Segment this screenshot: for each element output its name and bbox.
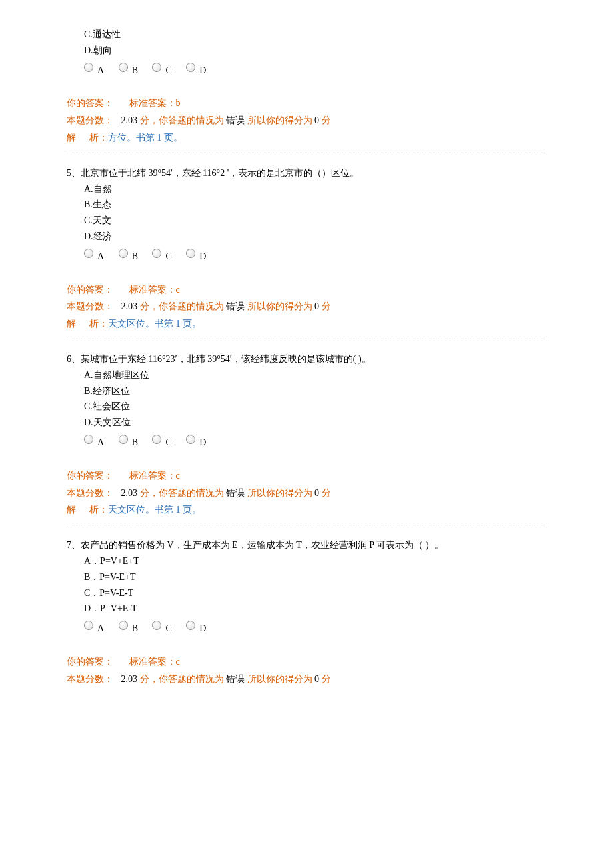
option-b: B.经济区位 [67,383,546,399]
radio-icon [152,621,161,630]
answer-line: 你的答案： 标准答案：c [67,468,546,484]
result-text: 错误 [226,674,245,684]
so-score-value: 0 [314,115,319,125]
option-c: C.天文 [67,213,546,229]
radio-group: A B C D [67,63,546,79]
radio-group: A B C D [67,435,546,451]
your-answer-label: 你的答案： [67,654,127,670]
radio-c[interactable]: C [152,621,171,637]
result-text: 错误 [226,301,245,311]
result-text: 错误 [226,488,245,498]
option-c: C．P=V-E-T [67,585,546,601]
option-b: B．P=V-E+T [67,569,546,585]
question-6: 6、某城市位于东经 116°23′，北纬 39°54′，该经纬度反映的是该城市的… [67,351,546,518]
radio-icon [84,63,93,72]
radio-a[interactable]: A [84,63,104,79]
result-text: 错误 [226,115,245,125]
your-answer-label: 你的答案： [67,468,127,484]
radio-group: A B C D [67,621,546,637]
question-text: 7、农产品的销售价格为 V，生产成本为 E，运输成本为 T，农业经营利润 P 可… [67,537,546,553]
radio-a[interactable]: A [84,435,104,451]
radio-icon [186,249,195,258]
explain-label2: 析： [89,319,108,329]
so-score-value: 0 [314,301,319,311]
so-score-value: 0 [314,674,319,684]
radio-b[interactable]: B [119,621,138,637]
radio-icon [84,249,93,258]
explain-label: 解 [67,319,89,329]
option-d: D.朝向 [67,43,546,59]
score-label: 本题分数： [67,115,113,125]
option-d: D．P=V+E-T [67,601,546,617]
question-5: 5、北京市位于北纬 39°54'，东经 116°2 '，表示的是北京市的（）区位… [67,165,546,332]
radio-icon [186,621,195,630]
radio-d[interactable]: D [186,621,206,637]
radio-b[interactable]: B [119,63,138,79]
question-text: 6、某城市位于东经 116°23′，北纬 39°54′，该经纬度反映的是该城市的… [67,351,546,367]
std-answer-value: c [176,471,180,481]
so-score-prefix: 所以你的得分为 [247,674,312,684]
radio-b[interactable]: B [119,435,138,451]
your-answer-label: 你的答案： [67,282,127,298]
question-text: 5、北京市位于北纬 39°54'，东经 116°2 '，表示的是北京市的（）区位… [67,165,546,181]
score-line: 本题分数： 2.03 分，你答题的情况为 错误 所以你的得分为 0 分 [67,671,546,687]
so-score-prefix: 所以你的得分为 [247,488,312,498]
radio-d[interactable]: D [186,249,206,265]
radio-icon [119,435,128,444]
score-unit: 分，你答题的情况为 [140,488,224,498]
explain-line: 解析：天文区位。书第 1 页。 [67,502,546,518]
radio-b[interactable]: B [119,249,138,265]
score-unit: 分，你答题的情况为 [140,301,224,311]
score-line: 本题分数： 2.03 分，你答题的情况为 错误 所以你的得分为 0 分 [67,485,546,501]
score-value: 2.03 [121,301,138,311]
radio-icon [152,63,161,72]
radio-c[interactable]: C [152,249,171,265]
radio-a[interactable]: A [84,621,104,637]
explain-label: 解 [67,505,89,515]
option-c: C.通达性 [67,27,546,43]
divider [67,525,546,525]
answer-line: 你的答案： 标准答案：b [67,95,546,111]
so-score-unit: 分 [322,115,331,125]
radio-icon [84,621,93,630]
so-score-prefix: 所以你的得分为 [247,301,312,311]
std-answer-label: 标准答案： [129,95,176,111]
answer-line: 你的答案： 标准答案：c [67,282,546,298]
radio-d[interactable]: D [186,63,206,79]
score-value: 2.03 [121,488,138,498]
radio-a[interactable]: A [84,249,104,265]
explain-text: 天文区位。书第 1 页。 [108,505,201,515]
option-d: D.天文区位 [67,415,546,431]
score-line: 本题分数： 2.03 分，你答题的情况为 错误 所以你的得分为 0 分 [67,113,546,129]
option-a: A.自然地理区位 [67,367,546,383]
score-line: 本题分数： 2.03 分，你答题的情况为 错误 所以你的得分为 0 分 [67,299,546,315]
score-label: 本题分数： [67,674,113,684]
so-score-prefix: 所以你的得分为 [247,115,312,125]
std-answer-value: b [176,98,181,108]
radio-d[interactable]: D [186,435,206,451]
so-score-value: 0 [314,488,319,498]
radio-icon [119,249,128,258]
score-label: 本题分数： [67,301,113,311]
std-answer-label: 标准答案： [129,282,176,298]
divider [67,339,546,339]
score-unit: 分，你答题的情况为 [140,115,224,125]
so-score-unit: 分 [322,488,331,498]
radio-icon [119,63,128,72]
option-d: D.经济 [67,229,546,245]
explain-line: 解析：天文区位。书第 1 页。 [67,316,546,332]
std-answer-label: 标准答案： [129,468,176,484]
option-c: C.社会区位 [67,399,546,415]
score-unit: 分，你答题的情况为 [140,674,224,684]
page-container: C.通达性 D.朝向 A B C D 你的答案： 标准答案：b 本题分数： 2.… [0,27,613,687]
score-label: 本题分数： [67,488,113,498]
explain-label: 解 [67,133,89,143]
score-value: 2.03 [121,115,138,125]
question-4-partial: C.通达性 D.朝向 A B C D 你的答案： 标准答案：b 本题分数： 2.… [67,27,546,146]
std-answer-label: 标准答案： [129,654,176,670]
so-score-unit: 分 [322,674,331,684]
radio-c[interactable]: C [152,435,171,451]
answer-block: 你的答案： 标准答案：c 本题分数： 2.03 分，你答题的情况为 错误 所以你… [67,282,546,332]
radio-icon [152,249,161,258]
radio-c[interactable]: C [152,63,171,79]
